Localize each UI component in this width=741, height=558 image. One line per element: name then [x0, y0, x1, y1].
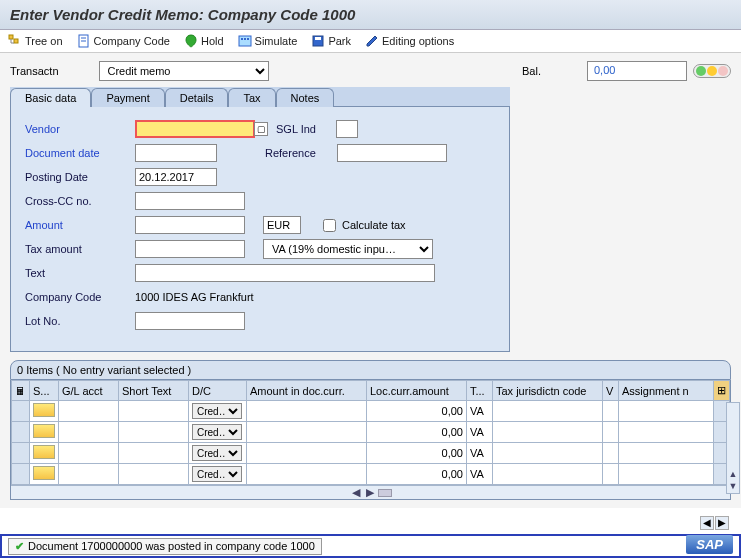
- page-horizontal-scroll[interactable]: ◀ ▶: [700, 516, 729, 530]
- cell-amount-doc[interactable]: [247, 422, 367, 443]
- tax-code-select[interactable]: VA (19% domestic inpu…: [263, 239, 433, 259]
- editing-options-button[interactable]: Editing options: [365, 34, 454, 48]
- cell-shorttext[interactable]: [119, 401, 189, 422]
- col-status[interactable]: S...: [30, 381, 59, 401]
- scroll-up-icon[interactable]: ▲: [729, 469, 738, 479]
- col-config-icon[interactable]: ⊞: [714, 381, 730, 401]
- cell-dc[interactable]: Cred…: [189, 401, 247, 422]
- cell-tax[interactable]: VA: [467, 422, 493, 443]
- cell-assignment[interactable]: [619, 422, 714, 443]
- calculate-tax-checkbox[interactable]: Calculate tax: [319, 216, 406, 235]
- cell-taxjur[interactable]: [493, 422, 603, 443]
- tab-notes[interactable]: Notes: [276, 88, 335, 107]
- cell-status[interactable]: [30, 401, 59, 422]
- scroll-left-icon[interactable]: ◀: [350, 486, 362, 499]
- cell-tax[interactable]: VA: [467, 401, 493, 422]
- cell-v[interactable]: [603, 443, 619, 464]
- cell-dc[interactable]: Cred…: [189, 443, 247, 464]
- transactn-select[interactable]: Credit memo: [99, 61, 269, 81]
- sgl-ind-input[interactable]: [336, 120, 358, 138]
- vendor-input[interactable]: [135, 120, 255, 138]
- tab-payment[interactable]: Payment: [91, 88, 164, 107]
- cell-assignment[interactable]: [619, 401, 714, 422]
- cell-dc[interactable]: Cred…: [189, 422, 247, 443]
- row-selector[interactable]: [12, 443, 30, 464]
- hold-button[interactable]: Hold: [184, 34, 224, 48]
- col-tax[interactable]: T...: [467, 381, 493, 401]
- col-assignment[interactable]: Assignment n: [619, 381, 714, 401]
- amount-input[interactable]: [135, 216, 245, 234]
- table-row[interactable]: Cred…0,00VA: [12, 401, 730, 422]
- park-button[interactable]: Park: [311, 34, 351, 48]
- cell-taxjur[interactable]: [493, 443, 603, 464]
- document-date-input[interactable]: [135, 144, 217, 162]
- lot-no-input[interactable]: [135, 312, 245, 330]
- company-code-button[interactable]: Company Code: [77, 34, 170, 48]
- status-button-icon[interactable]: [33, 424, 55, 438]
- cell-shorttext[interactable]: [119, 422, 189, 443]
- grid-vertical-scroll[interactable]: ▲ ▼: [726, 402, 740, 494]
- cell-amount-doc[interactable]: [247, 401, 367, 422]
- cell-amount-loc[interactable]: 0,00: [367, 464, 467, 485]
- col-amount-loc[interactable]: Loc.curr.amount: [367, 381, 467, 401]
- col-selector[interactable]: 🖩: [12, 381, 30, 401]
- cell-amount-loc[interactable]: 0,00: [367, 422, 467, 443]
- cell-amount-doc[interactable]: [247, 464, 367, 485]
- cell-v[interactable]: [603, 422, 619, 443]
- vendor-search-help-icon[interactable]: ▢: [254, 122, 268, 136]
- page-scroll-right-icon[interactable]: ▶: [715, 516, 729, 530]
- cell-v[interactable]: [603, 401, 619, 422]
- cell-taxjur[interactable]: [493, 464, 603, 485]
- col-v[interactable]: V: [603, 381, 619, 401]
- cell-amount-doc[interactable]: [247, 443, 367, 464]
- cell-glacct[interactable]: [59, 422, 119, 443]
- cell-v[interactable]: [603, 464, 619, 485]
- status-button-icon[interactable]: [33, 445, 55, 459]
- scroll-right-icon[interactable]: ▶: [364, 486, 376, 499]
- col-glacct[interactable]: G/L acct: [59, 381, 119, 401]
- cell-status[interactable]: [30, 464, 59, 485]
- table-row[interactable]: Cred…0,00VA: [12, 422, 730, 443]
- tax-amount-input[interactable]: [135, 240, 245, 258]
- cell-assignment[interactable]: [619, 443, 714, 464]
- cell-dc[interactable]: Cred…: [189, 464, 247, 485]
- grid-horizontal-scroll[interactable]: ◀ ▶: [11, 485, 730, 499]
- cell-glacct[interactable]: [59, 464, 119, 485]
- cell-status[interactable]: [30, 443, 59, 464]
- currency-input[interactable]: [263, 216, 301, 234]
- cell-status[interactable]: [30, 422, 59, 443]
- posting-date-input[interactable]: [135, 168, 217, 186]
- tree-on-button[interactable]: Tree on: [8, 34, 63, 48]
- cell-amount-loc[interactable]: 0,00: [367, 443, 467, 464]
- tab-tax[interactable]: Tax: [228, 88, 275, 107]
- cell-glacct[interactable]: [59, 401, 119, 422]
- cell-assignment[interactable]: [619, 464, 714, 485]
- tab-details[interactable]: Details: [165, 88, 229, 107]
- row-selector[interactable]: [12, 422, 30, 443]
- tab-basic-data[interactable]: Basic data: [10, 88, 91, 107]
- page-scroll-left-icon[interactable]: ◀: [700, 516, 714, 530]
- col-taxjur[interactable]: Tax jurisdictn code: [493, 381, 603, 401]
- dc-select[interactable]: Cred…: [192, 424, 242, 440]
- scroll-thumb[interactable]: [378, 489, 392, 497]
- table-row[interactable]: Cred…0,00VA: [12, 464, 730, 485]
- table-row[interactable]: Cred…0,00VA: [12, 443, 730, 464]
- cell-taxjur[interactable]: [493, 401, 603, 422]
- cell-tax[interactable]: VA: [467, 443, 493, 464]
- cell-shorttext[interactable]: [119, 443, 189, 464]
- col-dc[interactable]: D/C: [189, 381, 247, 401]
- dc-select[interactable]: Cred…: [192, 445, 242, 461]
- reference-input[interactable]: [337, 144, 447, 162]
- cell-shorttext[interactable]: [119, 464, 189, 485]
- scroll-down-icon[interactable]: ▼: [729, 481, 738, 491]
- dc-select[interactable]: Cred…: [192, 466, 242, 482]
- cell-tax[interactable]: VA: [467, 464, 493, 485]
- col-amount-doc[interactable]: Amount in doc.curr.: [247, 381, 367, 401]
- dc-select[interactable]: Cred…: [192, 403, 242, 419]
- text-input[interactable]: [135, 264, 435, 282]
- row-selector[interactable]: [12, 464, 30, 485]
- status-button-icon[interactable]: [33, 403, 55, 417]
- col-shorttext[interactable]: Short Text: [119, 381, 189, 401]
- simulate-button[interactable]: Simulate: [238, 34, 298, 48]
- cross-cc-input[interactable]: [135, 192, 245, 210]
